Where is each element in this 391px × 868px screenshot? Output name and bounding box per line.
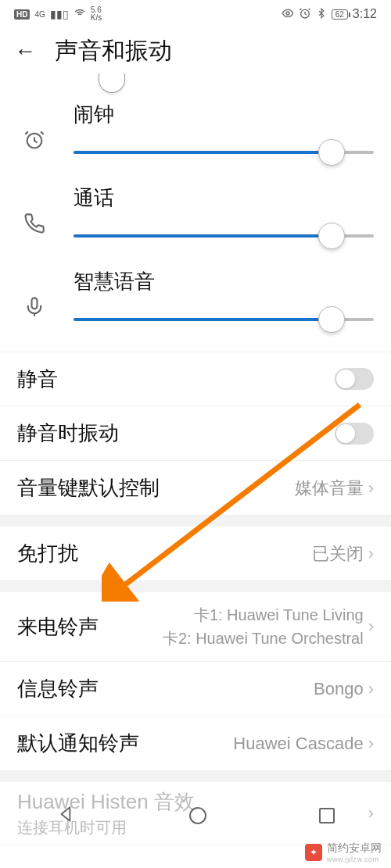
- section-gap: [0, 581, 391, 592]
- mic-icon: [17, 296, 52, 318]
- slider-row-call: 通话: [0, 184, 391, 268]
- svg-point-0: [286, 12, 289, 15]
- chevron-icon: ›: [368, 734, 374, 754]
- nav-recent-button[interactable]: [319, 808, 335, 823]
- slider-knob[interactable]: [318, 306, 345, 333]
- mute-row[interactable]: 静音: [0, 352, 391, 406]
- slider-label: 通话: [74, 184, 374, 212]
- watermark-icon: ✦: [305, 844, 322, 861]
- nav-home-button[interactable]: [189, 807, 206, 824]
- slider-label: 闹钟: [74, 101, 374, 128]
- slider-row-mic: 智慧语音: [0, 268, 391, 352]
- section-gap: [0, 516, 391, 527]
- volume-key-row[interactable]: 音量键默认控制 媒体音量 ›: [0, 461, 391, 516]
- vibrate-label: 静音时振动: [17, 420, 119, 447]
- slider-knob-partial[interactable]: [99, 73, 125, 93]
- watermark-url: www.jylzw.com: [327, 855, 382, 863]
- header: ← 声音和振动: [0, 28, 391, 73]
- slider-row-alarm: 闹钟: [0, 101, 391, 184]
- chevron-icon: ›: [368, 616, 374, 637]
- message-tone-row[interactable]: 信息铃声 Bongo ›: [0, 662, 391, 716]
- mute-label: 静音: [17, 366, 58, 393]
- slider-knob[interactable]: [318, 139, 345, 166]
- vibrate-toggle[interactable]: [335, 423, 374, 445]
- dnd-row[interactable]: 免打扰 已关闭 ›: [0, 527, 391, 581]
- watermark: ✦ 简约安卓网 www.jylzw.com: [305, 841, 382, 863]
- signal-bars-icon: ▮▮▯: [50, 8, 69, 20]
- nav-back-button[interactable]: [56, 804, 77, 827]
- chevron-icon: ›: [368, 478, 374, 498]
- battery-icon: 62: [332, 9, 348, 20]
- hd-badge: HD: [14, 9, 30, 20]
- alarm-icon: [17, 129, 52, 151]
- wifi-icon: [74, 7, 86, 22]
- chevron-icon: ›: [368, 544, 374, 564]
- slider-track[interactable]: [74, 139, 374, 166]
- section-gap: [0, 771, 391, 782]
- vibrate-row[interactable]: 静音时振动: [0, 406, 391, 461]
- dnd-value: 已关闭: [312, 542, 364, 566]
- message-tone-label: 信息铃声: [17, 675, 99, 702]
- notify-tone-row[interactable]: 默认通知铃声 Huawei Cascade ›: [0, 716, 391, 771]
- ringtone-row[interactable]: 来电铃声 卡1: Huawei Tune Living 卡2: Huawei T…: [0, 592, 391, 662]
- volume-key-value: 媒体音量: [295, 477, 364, 500]
- slider-track[interactable]: [74, 306, 374, 333]
- message-tone-value: Bongo: [314, 679, 364, 699]
- svg-rect-3: [32, 298, 38, 309]
- bluetooth-icon: [316, 7, 327, 22]
- volume-key-label: 音量键默认控制: [17, 474, 160, 502]
- watermark-text: 简约安卓网: [327, 841, 382, 855]
- chevron-icon: ›: [368, 679, 374, 699]
- ringtone-sim2: 卡2: Huawei Tune Orchestral: [99, 627, 364, 650]
- call-icon: [17, 213, 52, 234]
- dnd-label: 免打扰: [17, 540, 78, 567]
- notify-tone-value: Huawei Cascade: [233, 734, 363, 754]
- sliders-section: 闹钟通话智慧语音: [0, 101, 391, 352]
- status-left: HD 4G ▮▮▯ 5.6 K/s: [14, 6, 102, 22]
- slider-track[interactable]: [74, 223, 374, 249]
- notify-tone-label: 默认通知铃声: [17, 730, 139, 757]
- nav-bar: [0, 796, 391, 835]
- ringtone-values: 卡1: Huawei Tune Living 卡2: Huawei Tune O…: [99, 603, 364, 650]
- eye-icon: [282, 7, 294, 22]
- page-title: 声音和振动: [55, 35, 172, 67]
- status-bar: HD 4G ▮▮▯ 5.6 K/s 62 3:12: [0, 0, 391, 28]
- signal-4g-icon: 4G: [34, 10, 45, 19]
- alarm-status-icon: [299, 7, 311, 22]
- net-speed: 5.6 K/s: [91, 6, 102, 22]
- mute-toggle[interactable]: [335, 368, 374, 390]
- status-right: 62 3:12: [282, 7, 377, 22]
- slider-knob[interactable]: [318, 223, 345, 249]
- ringtone-sim1: 卡1: Huawei Tune Living: [99, 603, 364, 627]
- back-button[interactable]: ←: [14, 38, 36, 63]
- slider-label: 智慧语音: [74, 268, 374, 295]
- clock-text: 3:12: [353, 7, 377, 21]
- ringtone-label: 来电铃声: [17, 613, 99, 641]
